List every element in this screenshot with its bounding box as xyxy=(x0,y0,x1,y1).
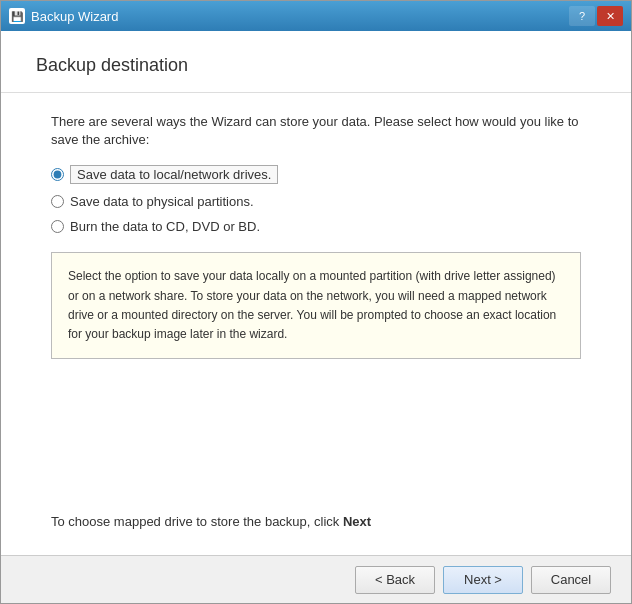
radio-item-2[interactable]: Save data to physical partitions. xyxy=(51,194,581,209)
info-text: Select the option to save your data loca… xyxy=(68,269,556,341)
next-button[interactable]: Next > xyxy=(443,566,523,594)
radio-label-2: Save data to physical partitions. xyxy=(70,194,254,209)
radio-input-1[interactable] xyxy=(51,168,64,181)
close-button[interactable]: ✕ xyxy=(597,6,623,26)
title-bar-buttons: ? ✕ xyxy=(569,6,623,26)
radio-input-2[interactable] xyxy=(51,195,64,208)
main-wrapper: There are several ways the Wizard can st… xyxy=(1,93,631,555)
main-area: There are several ways the Wizard can st… xyxy=(1,93,631,555)
help-button[interactable]: ? xyxy=(569,6,595,26)
radio-item-3[interactable]: Burn the data to CD, DVD or BD. xyxy=(51,219,581,234)
window-title: Backup Wizard xyxy=(31,9,118,24)
bottom-text-prefix: To choose mapped drive to store the back… xyxy=(51,514,343,529)
radio-item-1[interactable]: Save data to local/network drives. xyxy=(51,165,581,184)
bottom-text: To choose mapped drive to store the back… xyxy=(51,514,371,529)
description-text: There are several ways the Wizard can st… xyxy=(51,113,581,149)
footer: < Back Next > Cancel xyxy=(1,555,631,603)
title-bar-left: 💾 Backup Wizard xyxy=(9,8,118,24)
back-button[interactable]: < Back xyxy=(355,566,435,594)
title-bar: 💾 Backup Wizard ? ✕ xyxy=(1,1,631,31)
radio-label-1: Save data to local/network drives. xyxy=(70,165,278,184)
radio-input-3[interactable] xyxy=(51,220,64,233)
info-box: Select the option to save your data loca… xyxy=(51,252,581,359)
page-title: Backup destination xyxy=(36,55,596,76)
app-icon: 💾 xyxy=(9,8,25,24)
header-area: Backup destination xyxy=(1,31,631,93)
bottom-text-highlight: Next xyxy=(343,514,371,529)
window: 💾 Backup Wizard ? ✕ Backup destination T… xyxy=(0,0,632,604)
content: Backup destination There are several way… xyxy=(1,31,631,603)
bottom-text-area: To choose mapped drive to store the back… xyxy=(51,359,581,539)
radio-label-3: Burn the data to CD, DVD or BD. xyxy=(70,219,260,234)
radio-group: Save data to local/network drives. Save … xyxy=(51,165,581,234)
cancel-button[interactable]: Cancel xyxy=(531,566,611,594)
